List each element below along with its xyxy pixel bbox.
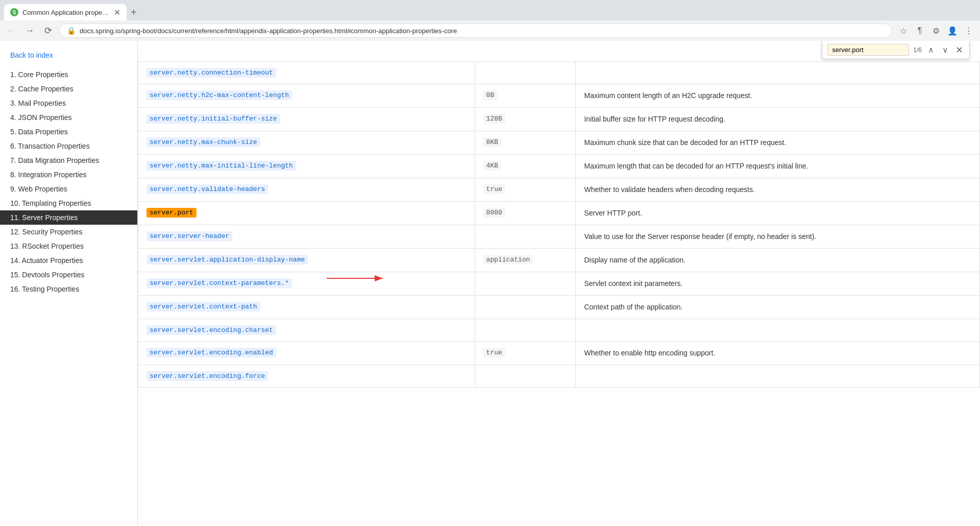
new-tab-button[interactable]: + [127, 7, 141, 18]
sidebar-item-5[interactable]: 5. Data Properties [0, 125, 137, 139]
sidebar-item-12[interactable]: 12. Security Properties [0, 225, 137, 239]
find-close-button[interactable]: ✕ [954, 44, 964, 56]
prop-name-2: server.netty.initial-buffer-size [146, 114, 280, 124]
prop-desc-6: Server HTTP port. [584, 209, 642, 217]
sidebar-item-11[interactable]: 11. Server Properties [0, 210, 137, 225]
prop-desc-3: Maximum chunk size that can be decoded f… [584, 138, 786, 147]
prop-name-11: server.servlet.encoding.charset [146, 325, 276, 335]
sidebar-item-7[interactable]: 7. Data Migration Properties [0, 153, 137, 168]
prop-default-2: 128B [483, 114, 505, 124]
page-layout: Back to index 1. Core Properties2. Cache… [0, 41, 980, 526]
prop-name-6: server.port [146, 208, 197, 218]
prop-desc-4: Maximum length that can be decoded for a… [584, 162, 808, 170]
bookmark-icon[interactable]: ☆ [896, 23, 911, 38]
prop-default-1: 0B [483, 90, 498, 100]
prop-name-8: server.servlet.application-display-name [146, 255, 308, 265]
prop-desc-12: Whether to enable http encoding support. [584, 349, 715, 357]
prop-default-12: true [483, 348, 505, 357]
prop-desc-1: Maximum content length of an H2C upgrade… [584, 91, 752, 100]
prop-default-4: 4KB [483, 161, 501, 171]
sidebar-item-14[interactable]: 14. Actuator Properties [0, 253, 137, 268]
prop-name-9: server.servlet.context-parameters.* [146, 278, 292, 288]
prop-name-5: server.netty.validate-headers [146, 184, 268, 194]
prop-desc-8: Display name of the application. [584, 256, 685, 264]
address-bar-row: ← → ⟳ 🔒 docs.spring.io/spring-boot/docs/… [0, 20, 980, 41]
prop-default-5: true [483, 184, 505, 194]
close-tab-button[interactable]: ✕ [114, 8, 120, 17]
active-tab[interactable]: S Common Application properti... ✕ [4, 4, 127, 20]
prop-desc-10: Context path of the application. [584, 303, 682, 311]
back-button[interactable]: ← [4, 23, 18, 38]
sidebar-item-15[interactable]: 15. Devtools Properties [0, 268, 137, 282]
prop-desc-7: Value to use for the Server response hea… [584, 232, 816, 241]
browser-actions: ☆ ¶ ⚙ 👤 ⋮ [896, 23, 976, 38]
prop-name-1: server.netty.h2c-max-content-length [146, 90, 292, 100]
prop-name-12: server.servlet.encoding.enabled [146, 348, 276, 357]
table-row: server.port8080Server HTTP port. [138, 202, 980, 225]
prop-desc-2: Initial buffer size for HTTP request dec… [584, 115, 725, 123]
table-row: server.netty.max-chunk-size8KBMaximum ch… [138, 131, 980, 155]
sidebar-item-1[interactable]: 1. Core Properties [0, 67, 137, 82]
tab-bar: S Common Application properti... ✕ + [0, 0, 980, 20]
reader-mode-icon[interactable]: ¶ [913, 23, 927, 38]
prop-name-10: server.servlet.context-path [146, 302, 260, 312]
sidebar-item-10[interactable]: 10. Templating Properties [0, 196, 137, 210]
table-row: server.servlet.encoding.charset [138, 319, 980, 342]
find-count: 1/6 [913, 46, 922, 54]
table-row: server.netty.connection-timeout [138, 62, 980, 84]
sidebar-item-6[interactable]: 6. Transaction Properties [0, 139, 137, 153]
forward-button[interactable]: → [22, 23, 37, 38]
extensions-icon[interactable]: ⚙ [929, 23, 943, 38]
main-content[interactable]: 1/6 ∧ ∨ ✕ server.netty.connection-timeou… [138, 41, 980, 526]
find-input[interactable] [827, 44, 909, 56]
tab-title: Common Application properti... [22, 9, 110, 16]
prop-name-0: server.netty.connection-timeout [146, 68, 276, 78]
sidebar-item-4[interactable]: 4. JSON Properties [0, 110, 137, 125]
table-row: server.servlet.application-display-namea… [138, 249, 980, 272]
nav-items-container: 1. Core Properties2. Cache Properties3. … [0, 67, 137, 296]
find-prev-button[interactable]: ∧ [926, 44, 936, 56]
tab-favicon: S [10, 8, 18, 16]
reload-button[interactable]: ⟳ [41, 23, 55, 38]
sidebar-item-13[interactable]: 13. RSocket Properties [0, 239, 137, 253]
prop-desc-9: Servlet context init parameters. [584, 279, 682, 288]
address-bar[interactable]: 🔒 docs.spring.io/spring-boot/docs/curren… [59, 23, 892, 38]
sidebar-item-3[interactable]: 3. Mail Properties [0, 96, 137, 110]
prop-desc-5: Whether to validate headers when decodin… [584, 185, 755, 194]
lock-icon: 🔒 [67, 27, 76, 35]
find-next-button[interactable]: ∨ [940, 44, 950, 56]
browser-chrome: S Common Application properti... ✕ + ← →… [0, 0, 980, 41]
table-row: server.netty.max-initial-line-length4KBM… [138, 155, 980, 178]
sidebar-item-9[interactable]: 9. Web Properties [0, 182, 137, 196]
table-row: server.servlet.context-parameters.*Servl… [138, 272, 980, 296]
table-row: server.netty.initial-buffer-size128BInit… [138, 108, 980, 131]
prop-name-13: server.servlet.encoding.force [146, 371, 268, 381]
prop-default-6: 8080 [483, 208, 505, 218]
sidebar-item-2[interactable]: 2. Cache Properties [0, 82, 137, 96]
table-row: server.servlet.encoding.force [138, 365, 980, 388]
menu-icon[interactable]: ⋮ [962, 23, 976, 38]
table-row: server.netty.validate-headerstrueWhether… [138, 178, 980, 202]
prop-name-4: server.netty.max-initial-line-length [146, 161, 296, 171]
url-text: docs.spring.io/spring-boot/docs/current/… [80, 27, 457, 35]
prop-name-7: server.server-header [146, 231, 232, 241]
prop-default-3: 8KB [483, 137, 501, 147]
find-bar: 1/6 ∧ ∨ ✕ [822, 41, 970, 59]
properties-table: server.netty.connection-timeoutserver.ne… [138, 61, 980, 388]
sidebar-item-8[interactable]: 8. Integration Properties [0, 168, 137, 182]
sidebar: Back to index 1. Core Properties2. Cache… [0, 41, 138, 526]
table-row: server.servlet.context-pathContext path … [138, 296, 980, 319]
table-row: server.netty.h2c-max-content-length0BMax… [138, 84, 980, 108]
prop-name-3: server.netty.max-chunk-size [146, 137, 260, 147]
prop-default-8: application [483, 255, 533, 265]
table-row: server.server-headerValue to use for the… [138, 225, 980, 249]
sidebar-item-16[interactable]: 16. Testing Properties [0, 282, 137, 296]
profile-icon[interactable]: 👤 [945, 23, 960, 38]
table-row: server.servlet.encoding.enabledtrueWheth… [138, 342, 980, 365]
back-to-index-link[interactable]: Back to index [0, 49, 137, 67]
